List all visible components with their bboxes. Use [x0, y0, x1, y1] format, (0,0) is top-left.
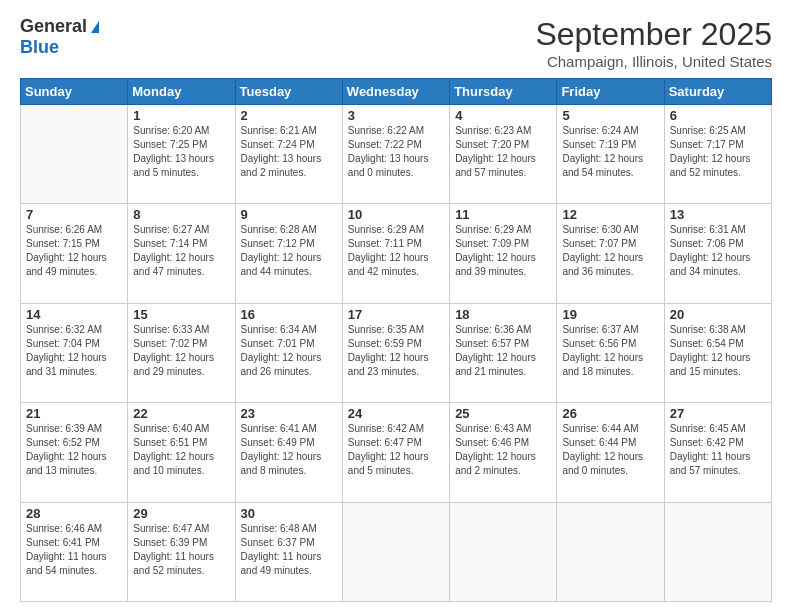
day-number: 16 — [241, 307, 337, 322]
calendar-cell: 11Sunrise: 6:29 AMSunset: 7:09 PMDayligh… — [450, 204, 557, 303]
day-info: Sunrise: 6:20 AMSunset: 7:25 PMDaylight:… — [133, 124, 229, 180]
day-info: Sunrise: 6:32 AMSunset: 7:04 PMDaylight:… — [26, 323, 122, 379]
day-number: 9 — [241, 207, 337, 222]
day-info: Sunrise: 6:37 AMSunset: 6:56 PMDaylight:… — [562, 323, 658, 379]
logo-text: General — [20, 16, 99, 37]
day-number: 29 — [133, 506, 229, 521]
calendar-cell: 1Sunrise: 6:20 AMSunset: 7:25 PMDaylight… — [128, 105, 235, 204]
day-number: 1 — [133, 108, 229, 123]
weekday-header-friday: Friday — [557, 79, 664, 105]
day-info: Sunrise: 6:39 AMSunset: 6:52 PMDaylight:… — [26, 422, 122, 478]
weekday-header-saturday: Saturday — [664, 79, 771, 105]
day-info: Sunrise: 6:33 AMSunset: 7:02 PMDaylight:… — [133, 323, 229, 379]
day-number: 11 — [455, 207, 551, 222]
calendar-body: 1Sunrise: 6:20 AMSunset: 7:25 PMDaylight… — [21, 105, 772, 602]
day-info: Sunrise: 6:21 AMSunset: 7:24 PMDaylight:… — [241, 124, 337, 180]
day-info: Sunrise: 6:23 AMSunset: 7:20 PMDaylight:… — [455, 124, 551, 180]
day-number: 27 — [670, 406, 766, 421]
day-number: 2 — [241, 108, 337, 123]
day-number: 10 — [348, 207, 444, 222]
day-info: Sunrise: 6:47 AMSunset: 6:39 PMDaylight:… — [133, 522, 229, 578]
calendar-week-4: 21Sunrise: 6:39 AMSunset: 6:52 PMDayligh… — [21, 403, 772, 502]
calendar-cell — [342, 502, 449, 601]
page: General Blue September 2025 Champaign, I… — [0, 0, 792, 612]
day-info: Sunrise: 6:27 AMSunset: 7:14 PMDaylight:… — [133, 223, 229, 279]
day-number: 12 — [562, 207, 658, 222]
calendar-cell: 23Sunrise: 6:41 AMSunset: 6:49 PMDayligh… — [235, 403, 342, 502]
location-subtitle: Champaign, Illinois, United States — [535, 53, 772, 70]
calendar-cell: 16Sunrise: 6:34 AMSunset: 7:01 PMDayligh… — [235, 303, 342, 402]
calendar-cell: 25Sunrise: 6:43 AMSunset: 6:46 PMDayligh… — [450, 403, 557, 502]
weekday-header-row: SundayMondayTuesdayWednesdayThursdayFrid… — [21, 79, 772, 105]
weekday-header-thursday: Thursday — [450, 79, 557, 105]
calendar-cell: 27Sunrise: 6:45 AMSunset: 6:42 PMDayligh… — [664, 403, 771, 502]
calendar-cell: 2Sunrise: 6:21 AMSunset: 7:24 PMDaylight… — [235, 105, 342, 204]
calendar-cell — [450, 502, 557, 601]
day-info: Sunrise: 6:36 AMSunset: 6:57 PMDaylight:… — [455, 323, 551, 379]
calendar: SundayMondayTuesdayWednesdayThursdayFrid… — [20, 78, 772, 602]
calendar-cell: 9Sunrise: 6:28 AMSunset: 7:12 PMDaylight… — [235, 204, 342, 303]
calendar-cell: 17Sunrise: 6:35 AMSunset: 6:59 PMDayligh… — [342, 303, 449, 402]
day-info: Sunrise: 6:35 AMSunset: 6:59 PMDaylight:… — [348, 323, 444, 379]
day-info: Sunrise: 6:46 AMSunset: 6:41 PMDaylight:… — [26, 522, 122, 578]
calendar-week-2: 7Sunrise: 6:26 AMSunset: 7:15 PMDaylight… — [21, 204, 772, 303]
calendar-cell: 20Sunrise: 6:38 AMSunset: 6:54 PMDayligh… — [664, 303, 771, 402]
day-info: Sunrise: 6:28 AMSunset: 7:12 PMDaylight:… — [241, 223, 337, 279]
weekday-header-tuesday: Tuesday — [235, 79, 342, 105]
day-info: Sunrise: 6:31 AMSunset: 7:06 PMDaylight:… — [670, 223, 766, 279]
calendar-week-5: 28Sunrise: 6:46 AMSunset: 6:41 PMDayligh… — [21, 502, 772, 601]
calendar-cell: 21Sunrise: 6:39 AMSunset: 6:52 PMDayligh… — [21, 403, 128, 502]
calendar-cell: 22Sunrise: 6:40 AMSunset: 6:51 PMDayligh… — [128, 403, 235, 502]
calendar-week-3: 14Sunrise: 6:32 AMSunset: 7:04 PMDayligh… — [21, 303, 772, 402]
day-info: Sunrise: 6:38 AMSunset: 6:54 PMDaylight:… — [670, 323, 766, 379]
calendar-cell: 30Sunrise: 6:48 AMSunset: 6:37 PMDayligh… — [235, 502, 342, 601]
calendar-cell: 6Sunrise: 6:25 AMSunset: 7:17 PMDaylight… — [664, 105, 771, 204]
calendar-cell: 18Sunrise: 6:36 AMSunset: 6:57 PMDayligh… — [450, 303, 557, 402]
calendar-cell: 13Sunrise: 6:31 AMSunset: 7:06 PMDayligh… — [664, 204, 771, 303]
day-info: Sunrise: 6:22 AMSunset: 7:22 PMDaylight:… — [348, 124, 444, 180]
day-number: 24 — [348, 406, 444, 421]
day-number: 23 — [241, 406, 337, 421]
day-info: Sunrise: 6:43 AMSunset: 6:46 PMDaylight:… — [455, 422, 551, 478]
day-number: 18 — [455, 307, 551, 322]
calendar-cell — [664, 502, 771, 601]
month-title: September 2025 — [535, 16, 772, 53]
day-info: Sunrise: 6:44 AMSunset: 6:44 PMDaylight:… — [562, 422, 658, 478]
calendar-cell: 8Sunrise: 6:27 AMSunset: 7:14 PMDaylight… — [128, 204, 235, 303]
calendar-cell: 3Sunrise: 6:22 AMSunset: 7:22 PMDaylight… — [342, 105, 449, 204]
day-number: 15 — [133, 307, 229, 322]
calendar-cell: 4Sunrise: 6:23 AMSunset: 7:20 PMDaylight… — [450, 105, 557, 204]
day-number: 19 — [562, 307, 658, 322]
weekday-header-sunday: Sunday — [21, 79, 128, 105]
day-info: Sunrise: 6:41 AMSunset: 6:49 PMDaylight:… — [241, 422, 337, 478]
day-number: 25 — [455, 406, 551, 421]
calendar-cell: 10Sunrise: 6:29 AMSunset: 7:11 PMDayligh… — [342, 204, 449, 303]
header-right: September 2025 Champaign, Illinois, Unit… — [535, 16, 772, 70]
day-info: Sunrise: 6:26 AMSunset: 7:15 PMDaylight:… — [26, 223, 122, 279]
calendar-cell: 14Sunrise: 6:32 AMSunset: 7:04 PMDayligh… — [21, 303, 128, 402]
day-number: 13 — [670, 207, 766, 222]
logo-triangle-icon — [91, 21, 99, 33]
day-number: 26 — [562, 406, 658, 421]
day-number: 5 — [562, 108, 658, 123]
weekday-header-monday: Monday — [128, 79, 235, 105]
day-number: 20 — [670, 307, 766, 322]
calendar-cell — [21, 105, 128, 204]
calendar-header: SundayMondayTuesdayWednesdayThursdayFrid… — [21, 79, 772, 105]
calendar-cell — [557, 502, 664, 601]
day-info: Sunrise: 6:42 AMSunset: 6:47 PMDaylight:… — [348, 422, 444, 478]
top-area: General Blue September 2025 Champaign, I… — [20, 16, 772, 70]
day-number: 22 — [133, 406, 229, 421]
day-info: Sunrise: 6:48 AMSunset: 6:37 PMDaylight:… — [241, 522, 337, 578]
day-info: Sunrise: 6:25 AMSunset: 7:17 PMDaylight:… — [670, 124, 766, 180]
day-number: 6 — [670, 108, 766, 123]
day-info: Sunrise: 6:45 AMSunset: 6:42 PMDaylight:… — [670, 422, 766, 478]
day-number: 21 — [26, 406, 122, 421]
day-number: 17 — [348, 307, 444, 322]
day-number: 7 — [26, 207, 122, 222]
calendar-cell: 29Sunrise: 6:47 AMSunset: 6:39 PMDayligh… — [128, 502, 235, 601]
day-number: 30 — [241, 506, 337, 521]
day-info: Sunrise: 6:29 AMSunset: 7:11 PMDaylight:… — [348, 223, 444, 279]
calendar-cell: 12Sunrise: 6:30 AMSunset: 7:07 PMDayligh… — [557, 204, 664, 303]
day-info: Sunrise: 6:40 AMSunset: 6:51 PMDaylight:… — [133, 422, 229, 478]
